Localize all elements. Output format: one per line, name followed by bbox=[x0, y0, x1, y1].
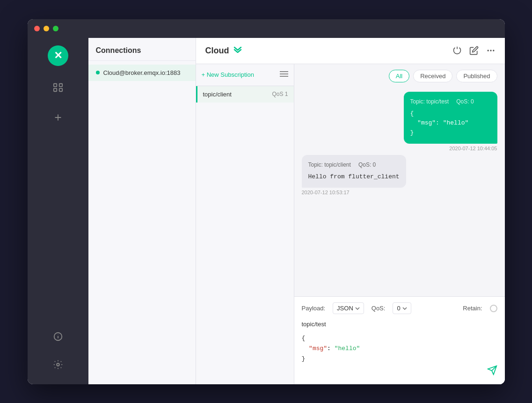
received-qos: QoS: 0 bbox=[358, 161, 376, 169]
list-icon[interactable] bbox=[280, 71, 288, 79]
subscription-topic: topic/client bbox=[203, 91, 232, 98]
new-subscription-button[interactable]: + New Subscription bbox=[202, 71, 254, 78]
main-title-container: Cloud bbox=[205, 46, 242, 56]
code-value: "hello" bbox=[335, 345, 360, 352]
chevron-icon bbox=[355, 307, 360, 310]
published-content: { "msg": "hello" } bbox=[410, 109, 491, 138]
payload-format-value: JSON bbox=[337, 305, 353, 312]
sidebar-bottom bbox=[48, 326, 68, 384]
messages-list: Topic: topic/test QoS: 0 { "msg": "hello… bbox=[294, 88, 505, 297]
code-open-brace: { bbox=[302, 335, 306, 342]
minimize-button[interactable] bbox=[44, 26, 49, 31]
published-topic: Topic: topic/test bbox=[410, 97, 449, 106]
received-bubble: Topic: topic/client QoS: 0 Hello from fl… bbox=[302, 155, 406, 188]
avatar-icon: ✕ bbox=[54, 51, 62, 61]
subscriptions-panel: + New Subscription topic/client QoS 1 bbox=[196, 64, 294, 384]
topic-input[interactable] bbox=[302, 319, 497, 330]
connection-list: Cloud@broker.emqx.io:1883 bbox=[88, 61, 196, 85]
svg-rect-2 bbox=[53, 88, 56, 91]
retain-label: Retain: bbox=[463, 305, 482, 312]
message-received: Topic: topic/client QoS: 0 Hello from fl… bbox=[302, 155, 406, 195]
payload-format-select[interactable]: JSON bbox=[333, 302, 364, 314]
messages-area: All Received Published Topic: topic/test… bbox=[294, 64, 505, 384]
more-button[interactable] bbox=[486, 46, 496, 55]
main-content: ✕ bbox=[28, 38, 505, 384]
filter-bar: All Received Published bbox=[294, 64, 505, 88]
filter-received-button[interactable]: Received bbox=[413, 70, 452, 82]
svg-rect-3 bbox=[59, 88, 62, 91]
code-key-indent: "msg" bbox=[302, 345, 328, 352]
svg-rect-1 bbox=[59, 83, 62, 86]
titlebar bbox=[28, 19, 505, 38]
filter-all-button[interactable]: All bbox=[389, 70, 409, 82]
qos-value: 0 bbox=[397, 305, 400, 312]
qos-select[interactable]: 0 bbox=[393, 302, 411, 314]
sidebar-item-settings[interactable] bbox=[48, 354, 68, 375]
subscription-item[interactable]: topic/client QoS 1 bbox=[196, 86, 294, 103]
sidebar-nav bbox=[28, 77, 88, 128]
sidebar-item-info[interactable] bbox=[48, 326, 68, 347]
publish-area: Payload: JSON QoS: 0 bbox=[294, 296, 505, 384]
header-actions bbox=[452, 46, 496, 55]
sidebar-item-add[interactable] bbox=[48, 107, 68, 128]
connection-name: Cloud@broker.emqx.io:1883 bbox=[103, 69, 181, 76]
published-qos: QoS: 0 bbox=[456, 97, 474, 106]
svg-point-10 bbox=[487, 50, 488, 51]
svg-point-11 bbox=[490, 50, 491, 51]
connection-item[interactable]: Cloud@broker.emqx.io:1883 bbox=[88, 65, 196, 81]
subscriptions-header: + New Subscription bbox=[196, 64, 294, 86]
avatar[interactable]: ✕ bbox=[48, 45, 68, 66]
edit-button[interactable] bbox=[469, 46, 479, 55]
maximize-button[interactable] bbox=[53, 26, 58, 31]
svg-point-12 bbox=[493, 50, 494, 51]
app-window: ✕ bbox=[28, 19, 505, 384]
published-timestamp: 2020-07-12 10:44:05 bbox=[449, 146, 497, 151]
main-header: Cloud bbox=[196, 38, 505, 64]
connections-header: Connections bbox=[88, 38, 196, 61]
svg-point-9 bbox=[57, 363, 59, 366]
code-colon: : bbox=[327, 345, 335, 352]
content-split: + New Subscription topic/client QoS 1 bbox=[196, 64, 505, 384]
main-area: Cloud bbox=[196, 38, 505, 384]
payload-editor: { "msg": "hello" } bbox=[302, 333, 497, 378]
subscription-qos: QoS 1 bbox=[272, 91, 288, 97]
message-published: Topic: topic/test QoS: 0 { "msg": "hello… bbox=[404, 92, 497, 152]
payload-label: Payload: bbox=[302, 305, 326, 312]
connection-status-dot bbox=[96, 71, 100, 74]
received-topic: Topic: topic/client bbox=[308, 161, 351, 169]
qos-chevron-icon bbox=[402, 307, 407, 310]
filter-published-button[interactable]: Published bbox=[456, 70, 497, 82]
qos-label: QoS: bbox=[372, 305, 386, 312]
code-close-brace: } bbox=[302, 355, 306, 362]
payload-content[interactable]: { "msg": "hello" } bbox=[302, 333, 497, 378]
send-button[interactable] bbox=[487, 365, 497, 377]
received-content: Hello from flutter_client bbox=[308, 172, 400, 182]
page-title: Cloud bbox=[205, 46, 229, 56]
publish-controls: Payload: JSON QoS: 0 bbox=[302, 302, 497, 314]
connections-panel: Connections Cloud@broker.emqx.io:1883 bbox=[88, 38, 196, 384]
chevron-down-icon[interactable] bbox=[233, 46, 242, 55]
retain-radio[interactable] bbox=[490, 305, 497, 312]
svg-rect-0 bbox=[53, 83, 56, 86]
published-bubble: Topic: topic/test QoS: 0 { "msg": "hello… bbox=[404, 92, 497, 144]
power-button[interactable] bbox=[452, 46, 462, 55]
close-button[interactable] bbox=[34, 26, 40, 31]
received-timestamp: 2020-07-12 10:53:17 bbox=[302, 190, 350, 195]
sidebar: ✕ bbox=[28, 38, 88, 384]
sidebar-item-connections[interactable] bbox=[48, 77, 68, 98]
